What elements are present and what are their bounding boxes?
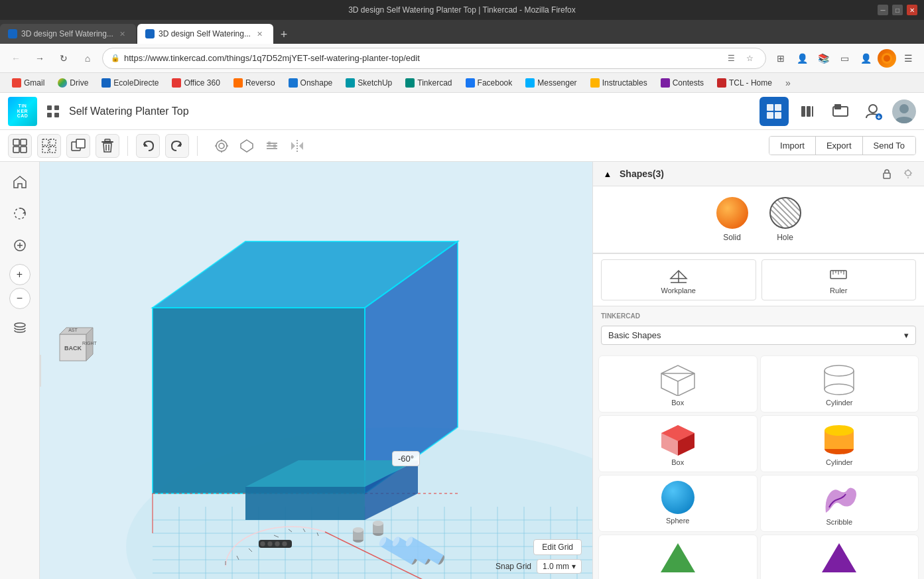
- bookmark-facebook[interactable]: Facebook: [460, 77, 518, 89]
- workplane-button[interactable]: Workplane: [601, 259, 756, 300]
- shape-cylinder-orange[interactable]: Cylinder: [760, 415, 919, 472]
- svg-marker-150: [661, 373, 694, 381]
- tinkercad-logo[interactable]: TIN KER CAD: [8, 97, 37, 126]
- viewport[interactable]: BACK RIGHT AST -60° Edit Grid Snap Grid …: [40, 162, 592, 579]
- category-dropdown[interactable]: Basic Shapes ▾: [601, 326, 916, 345]
- back-button[interactable]: ←: [7, 49, 25, 68]
- duplicate-button[interactable]: [66, 134, 90, 158]
- office360-icon: [172, 78, 181, 88]
- ruler-button[interactable]: Ruler: [761, 259, 917, 300]
- tab-2-favicon: [145, 29, 155, 38]
- bookmark-star-icon[interactable]: ☆: [742, 50, 758, 66]
- shape-box-red[interactable]: Box: [598, 415, 758, 472]
- bookmarks-more[interactable]: »: [780, 76, 796, 90]
- snap-grid-value[interactable]: 1.0 mm ▾: [537, 559, 582, 574]
- shapes-light-icon[interactable]: [900, 166, 916, 182]
- tab-2-close[interactable]: ✕: [255, 29, 265, 39]
- shape-roof-green[interactable]: [598, 535, 758, 579]
- layers-button[interactable]: [7, 314, 33, 341]
- bookmark-tinkercad[interactable]: Tinkercad: [400, 77, 457, 89]
- shape-type-solid[interactable]: Solid: [716, 197, 748, 242]
- tab-1-close[interactable]: ✕: [117, 29, 128, 39]
- account-icon[interactable]: 👤: [856, 49, 875, 68]
- home-view-button[interactable]: [7, 168, 33, 195]
- history-icon[interactable]: 📚: [814, 49, 832, 68]
- menu-grid-icon[interactable]: [44, 102, 62, 121]
- close-button[interactable]: ✕: [907, 5, 917, 15]
- svg-rect-7: [775, 104, 781, 111]
- bookmarks-bar: Gmail Drive EcoleDirecte Office 360 Reve…: [0, 73, 924, 93]
- firefox-icon[interactable]: [878, 49, 896, 68]
- bookmark-tcl-label: TCL - Home: [729, 78, 772, 88]
- rotate-view-button[interactable]: [7, 200, 33, 227]
- group-button[interactable]: [8, 134, 32, 158]
- bookmark-gmail-label: Gmail: [24, 78, 44, 88]
- forward-button[interactable]: →: [31, 49, 49, 68]
- delete-button[interactable]: [96, 134, 119, 158]
- zoom-in-button[interactable]: +: [9, 264, 31, 285]
- bookmark-tcl[interactable]: TCL - Home: [712, 77, 777, 89]
- shape-cylinder-wire[interactable]: Cylinder: [760, 355, 919, 413]
- avatar[interactable]: [892, 99, 916, 123]
- bookmark-sketchup[interactable]: SketchUp: [340, 77, 397, 89]
- svg-text:BACK: BACK: [64, 345, 82, 352]
- ungroup-button[interactable]: [37, 134, 61, 158]
- bookmark-contests[interactable]: Contests: [655, 77, 709, 89]
- shapes-lock-icon[interactable]: [879, 166, 895, 182]
- svg-text:AST: AST: [68, 328, 78, 332]
- shape-type-hole[interactable]: Hole: [769, 197, 801, 242]
- align-icon[interactable]: [261, 135, 283, 157]
- send-to-button[interactable]: Send To: [863, 137, 915, 155]
- svg-point-125: [282, 541, 287, 547]
- add-user-button[interactable]: +: [859, 97, 888, 126]
- view-mode-icons: [211, 135, 308, 157]
- reader-mode-icon[interactable]: ☰: [723, 50, 739, 66]
- bookmark-onshape[interactable]: Onshape: [283, 77, 338, 89]
- redo-button[interactable]: [165, 134, 189, 158]
- gmail-icon: [12, 78, 21, 88]
- url-bar[interactable]: 🔒 https://www.tinkercad.com/things/1q7D5…: [102, 48, 766, 69]
- shape-sphere[interactable]: Sphere: [598, 475, 758, 532]
- bookmark-gmail[interactable]: Gmail: [7, 77, 50, 89]
- bookmark-ecoledirecte[interactable]: EcoleDirecte: [96, 77, 164, 89]
- mirror-icon[interactable]: [287, 135, 308, 157]
- menu-icon[interactable]: ☰: [899, 49, 917, 68]
- import-button[interactable]: Import: [769, 137, 816, 155]
- tab-2[interactable]: 3D design Self Watering... ✕: [137, 24, 273, 44]
- undo-button[interactable]: [136, 134, 160, 158]
- export-button[interactable]: Export: [816, 137, 863, 155]
- left-sidebar: + −: [0, 162, 40, 579]
- viewport-bottom: Edit Grid Snap Grid 1.0 mm ▾: [495, 539, 582, 574]
- svg-rect-4: [47, 113, 52, 117]
- new-tab-button[interactable]: +: [275, 25, 293, 44]
- bookmark-reverso[interactable]: Reverso: [228, 77, 281, 89]
- shapes-panel-collapse[interactable]: ▲: [601, 167, 614, 180]
- bookmark-facebook-label: Facebook: [478, 78, 513, 88]
- tabs-icon[interactable]: ▭: [835, 49, 854, 68]
- logo-line3: CAD: [17, 113, 29, 119]
- zoom-out-button[interactable]: −: [9, 288, 31, 309]
- panel-collapse-arrow[interactable]: ›: [40, 355, 41, 387]
- edit-grid-button[interactable]: Edit Grid: [533, 539, 582, 555]
- minimize-button[interactable]: ─: [878, 5, 888, 15]
- bookmark-messenger[interactable]: Messenger: [520, 77, 582, 89]
- shape-roof-purple[interactable]: [760, 535, 919, 579]
- shape-box-wire[interactable]: Box: [598, 355, 758, 413]
- bookmark-drive[interactable]: Drive: [52, 77, 94, 89]
- shape-mode-icon[interactable]: [236, 135, 257, 157]
- grid-view-button[interactable]: [759, 97, 789, 126]
- maximize-button[interactable]: □: [892, 5, 903, 15]
- shape-scribble[interactable]: Scribble: [760, 475, 919, 532]
- edit-tools-button[interactable]: [793, 97, 822, 126]
- refresh-button[interactable]: ↻: [54, 49, 73, 68]
- svg-rect-6: [767, 104, 773, 111]
- fit-view-button[interactable]: [7, 232, 33, 259]
- tab-1[interactable]: 3D design Self Watering... ✕: [0, 24, 136, 44]
- bookmark-office360[interactable]: Office 360: [166, 77, 225, 89]
- camera-icon[interactable]: [211, 135, 232, 157]
- export-scene-button[interactable]: [826, 97, 855, 126]
- home-button[interactable]: ⌂: [78, 49, 97, 68]
- extensions-icon[interactable]: ⊞: [771, 49, 790, 68]
- sync-icon[interactable]: 👤: [793, 49, 811, 68]
- bookmark-instructables[interactable]: Instructables: [585, 77, 653, 89]
